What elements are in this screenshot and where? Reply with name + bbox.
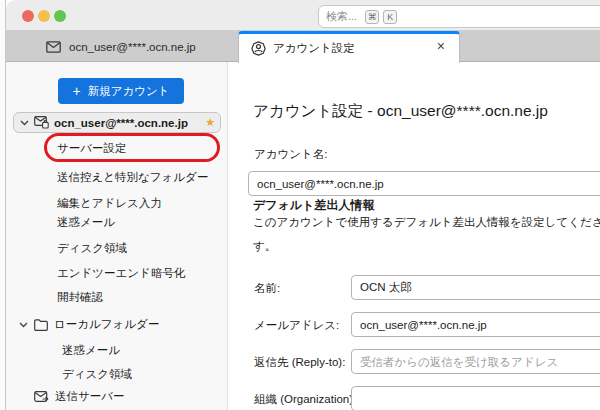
settings-tab-label: アカウント設定 [273,41,355,56]
chevron-down-icon [19,322,28,328]
account-name-label: アカウント名: [254,147,328,162]
account-settings-icon [251,41,266,56]
local-folders-label: ローカルフォルダー [54,317,159,332]
sidebar-item-local-junk-mail[interactable]: 迷惑メール [62,343,120,358]
command-key-badge: ⌘ [365,10,379,24]
zoom-window-button[interactable] [54,10,66,22]
sidebar-account-name: ocn_user@****.ocn.ne.jp [54,117,200,129]
app-window: 検索... ⌘ K ocn_user@****.ocn.ne.jp アカウント設… [6,0,600,410]
outgoing-server-label: 送信サーバー [55,389,125,404]
sidebar-account-row[interactable]: ocn_user@****.ocn.ne.jp ★ [13,112,221,133]
new-account-button[interactable]: + 新規アカウント [58,78,184,104]
tab-mail-account[interactable]: ocn_user@****.ocn.ne.jp [46,31,196,62]
global-search-input[interactable]: 検索... ⌘ K [318,5,600,28]
envelope-icon [46,41,61,53]
sidebar-item-return-receipts[interactable]: 開封確認 [57,290,103,305]
titlebar: 検索... ⌘ K [6,0,600,31]
minimize-window-button[interactable] [38,10,50,22]
close-tab-icon[interactable]: × [437,39,445,53]
sidebar-local-folders-row[interactable]: ローカルフォルダー [19,317,159,332]
organization-label: 組織 (Organization): [254,392,356,407]
sidebar-item-disk-space[interactable]: ディスク領域 [57,241,127,256]
plus-icon: + [72,84,80,98]
identity-description-line2: す。 [253,239,276,254]
name-label: 名前: [254,281,280,296]
screenshot-root: 検索... ⌘ K ocn_user@****.ocn.ne.jp アカウント設… [0,0,600,410]
sidebar-item-junk-mail[interactable]: 迷惑メール [57,215,115,230]
search-placeholder: 検索... [326,9,357,24]
settings-sidebar: + 新規アカウント ocn_user@****.ocn.ne.jp ★ サーバー… [6,62,228,410]
tab-account-settings-active[interactable]: アカウント設定 × [238,31,460,63]
sidebar-item-composition-addressing[interactable]: 編集とアドレス入力 [57,196,162,211]
tab-bar: ocn_user@****.ocn.ne.jp アカウント設定 × [6,31,600,62]
account-settings-panel: アカウント設定 - ocn_user@****.ocn.ne.jp アカウント名… [228,62,600,410]
sidebar-item-end-to-end-encryption[interactable]: エンドツーエンド暗号化 [57,266,185,281]
sidebar-item-copies-folders[interactable]: 送信控えと特別なフォルダー [57,170,208,185]
new-account-label: 新規アカウント [88,84,170,99]
default-identity-heading: デフォルト差出人情報 [253,197,374,214]
sidebar-outgoing-server-row[interactable]: 送信サーバー [34,389,125,404]
name-input[interactable] [351,275,600,300]
page-title: アカウント設定 - ocn_user@****.ocn.ne.jp [253,101,548,122]
outgoing-server-icon [34,390,49,403]
window-left-gutter [0,0,6,410]
email-address-label: メールアドレス: [254,318,339,333]
mail-tab-label: ocn_user@****.ocn.ne.jp [69,41,196,53]
email-address-input[interactable] [351,312,600,337]
default-account-star-icon: ★ [205,116,215,129]
sidebar-item-local-disk-space[interactable]: ディスク領域 [62,367,132,382]
k-key-badge: K [383,10,397,24]
identity-description-line1: このアカウントで使用するデフォルト差出人情報を設定してください。これ [253,215,600,230]
account-name-input[interactable] [248,171,600,196]
reply-to-input[interactable] [351,349,600,374]
mail-account-lock-icon [34,116,49,129]
organization-input[interactable] [351,386,600,410]
sidebar-item-server-settings[interactable]: サーバー設定 [57,141,127,156]
folder-icon [34,319,48,331]
chevron-down-icon [20,120,29,126]
close-window-button[interactable] [22,10,34,22]
reply-to-label: 返信先 (Reply-to): [254,355,345,370]
